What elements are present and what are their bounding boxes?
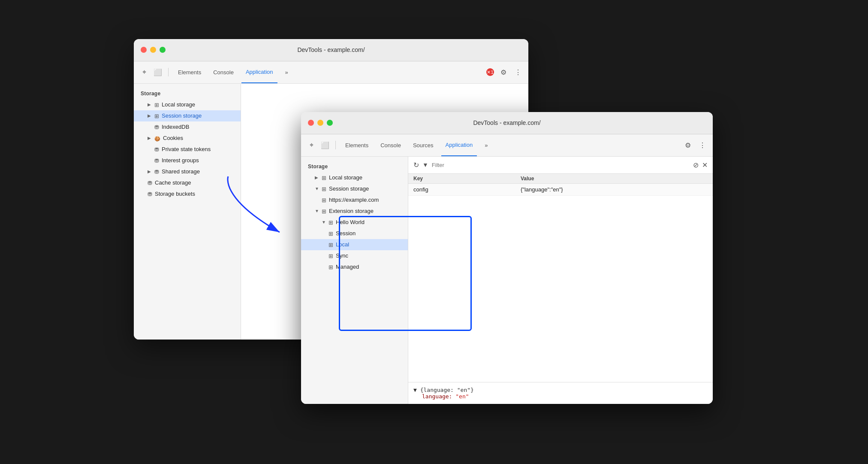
back-local-storage-chevron: ▶ bbox=[148, 102, 152, 107]
back-sidebar-item-cache-storage[interactable]: Cache storage bbox=[134, 177, 241, 188]
front-filter-actions: ⊘ ✕ bbox=[693, 161, 708, 169]
front-sidebar-item-sync[interactable]: Sync bbox=[301, 250, 408, 261]
front-sidebar-item-example-com[interactable]: https://example.com bbox=[301, 194, 408, 206]
front-col-header-key: Key bbox=[413, 176, 521, 182]
back-tab-console[interactable]: Console bbox=[209, 61, 238, 83]
front-session-icon bbox=[329, 230, 333, 237]
front-tab-sources[interactable]: Sources bbox=[409, 134, 438, 156]
back-interest-groups-label: Interest groups bbox=[162, 157, 199, 164]
front-tab-elements[interactable]: Elements bbox=[341, 134, 373, 156]
front-more-icon[interactable]: ⋮ bbox=[697, 140, 708, 150]
front-inspector: ▼ {language: "en"} language: "en" bbox=[408, 382, 713, 404]
front-local-storage-chevron: ▶ bbox=[315, 175, 319, 180]
back-storage-buckets-label: Storage buckets bbox=[155, 191, 195, 197]
back-traffic-lights bbox=[141, 47, 166, 53]
back-local-storage-label: Local storage bbox=[162, 101, 195, 108]
back-cookies-label: Cookies bbox=[163, 135, 183, 141]
back-storage-buckets-icon bbox=[148, 191, 152, 197]
back-sidebar-item-interest-groups[interactable]: Interest groups bbox=[134, 155, 241, 166]
front-toolbar-right: ⚙ ⋮ bbox=[683, 140, 708, 150]
back-local-storage-grid-icon bbox=[154, 101, 159, 108]
front-tab-application[interactable]: Application bbox=[441, 134, 477, 156]
front-sidebar-item-session[interactable]: Session bbox=[301, 228, 408, 239]
back-minimize-button[interactable] bbox=[150, 47, 156, 53]
back-sidebar-item-local-storage[interactable]: ▶ Local storage bbox=[134, 99, 241, 110]
back-error-icon: ✕ bbox=[487, 70, 491, 75]
front-refresh-button[interactable]: ↻ bbox=[413, 161, 419, 169]
front-local-storage-label: Local storage bbox=[329, 174, 362, 181]
back-sidebar-item-shared-storage[interactable]: ▶ Shared storage bbox=[134, 166, 241, 177]
front-sidebar-item-managed[interactable]: Managed bbox=[301, 261, 408, 273]
back-cookies-chevron: ▶ bbox=[148, 136, 152, 140]
front-close-filter-icon[interactable]: ✕ bbox=[702, 161, 708, 169]
back-titlebar: DevTools - example.com/ bbox=[134, 39, 528, 61]
front-hello-world-chevron: ▼ bbox=[322, 220, 326, 224]
back-toolbar-separator bbox=[168, 68, 169, 76]
back-maximize-button[interactable] bbox=[160, 47, 166, 53]
front-traffic-lights bbox=[308, 120, 333, 126]
front-sync-label: Sync bbox=[336, 252, 348, 259]
front-maximize-button[interactable] bbox=[327, 120, 333, 126]
back-error-badge: ✕ 1 bbox=[486, 68, 494, 76]
back-indexeddb-icon bbox=[154, 124, 159, 130]
front-sidebar: Storage ▶ Local storage ▼ Session storag… bbox=[301, 157, 408, 404]
back-device-icon[interactable]: ⬜ bbox=[153, 67, 163, 77]
front-table-row-0[interactable]: config {"language":"en"} bbox=[408, 184, 713, 196]
back-tab-elements[interactable]: Elements bbox=[174, 61, 205, 83]
front-managed-label: Managed bbox=[336, 264, 359, 270]
back-window-title: DevTools - example.com/ bbox=[297, 46, 365, 53]
back-sidebar-item-session-storage[interactable]: ▶ Session storage bbox=[134, 110, 241, 121]
front-toolbar-separator bbox=[335, 141, 336, 149]
front-sync-icon bbox=[329, 252, 333, 259]
back-session-storage-grid-icon bbox=[154, 112, 159, 119]
front-minimize-button[interactable] bbox=[317, 120, 323, 126]
front-extension-storage-icon bbox=[322, 208, 326, 215]
front-sidebar-item-hello-world[interactable]: ▼ Hello World bbox=[301, 217, 408, 228]
back-shared-storage-icon bbox=[154, 168, 159, 175]
front-inspector-prop-key: language: bbox=[422, 393, 452, 400]
front-local-icon bbox=[329, 241, 333, 248]
back-cookies-icon bbox=[154, 135, 160, 142]
front-row-key-0: config bbox=[413, 186, 521, 193]
front-sidebar-item-local-storage[interactable]: ▶ Local storage bbox=[301, 172, 408, 183]
front-sidebar-item-local[interactable]: Local bbox=[301, 239, 408, 250]
front-sidebar-item-extension-storage[interactable]: ▼ Extension storage bbox=[301, 206, 408, 217]
back-sidebar: Storage ▶ Local storage ▶ Session storag… bbox=[134, 84, 241, 340]
back-shared-storage-label: Shared storage bbox=[162, 168, 200, 175]
front-inspector-obj: ▼ {language: "en"} bbox=[413, 387, 708, 393]
front-toolbar: ⌖ ⬜ Elements Console Sources Application… bbox=[301, 134, 713, 157]
front-close-button[interactable] bbox=[308, 120, 314, 126]
front-tab-more[interactable]: » bbox=[480, 134, 492, 156]
back-more-icon[interactable]: ⋮ bbox=[513, 67, 523, 77]
back-close-button[interactable] bbox=[141, 47, 147, 53]
back-sidebar-item-cookies[interactable]: ▶ Cookies bbox=[134, 133, 241, 144]
front-session-storage-label: Session storage bbox=[329, 185, 369, 192]
front-sidebar-item-session-storage[interactable]: ▼ Session storage bbox=[301, 183, 408, 194]
back-tab-application[interactable]: Application bbox=[241, 61, 277, 83]
front-window-title: DevTools - example.com/ bbox=[473, 119, 540, 126]
back-cache-storage-icon bbox=[148, 179, 152, 186]
front-data-table: Key Value config {"language":"en"} bbox=[408, 174, 713, 382]
front-hello-world-icon bbox=[329, 219, 333, 226]
back-tab-more[interactable]: » bbox=[281, 61, 292, 83]
front-clear-filter-icon[interactable]: ⊘ bbox=[693, 161, 699, 169]
back-settings-icon[interactable]: ⚙ bbox=[498, 67, 509, 77]
front-sidebar-section: Storage bbox=[301, 162, 408, 172]
front-tab-console[interactable]: Console bbox=[376, 134, 405, 156]
back-cursor-icon[interactable]: ⌖ bbox=[139, 67, 149, 77]
front-cursor-icon[interactable]: ⌖ bbox=[306, 140, 316, 150]
front-filter-icon: ▼ bbox=[422, 161, 428, 168]
front-filter-input[interactable] bbox=[432, 162, 690, 168]
front-managed-icon bbox=[329, 264, 333, 270]
back-sidebar-item-storage-buckets[interactable]: Storage buckets bbox=[134, 188, 241, 200]
back-sidebar-item-private-state-tokens[interactable]: Private state tokens bbox=[134, 144, 241, 155]
front-hello-world-label: Hello World bbox=[336, 219, 365, 225]
back-sidebar-item-indexeddb[interactable]: IndexedDB bbox=[134, 121, 241, 133]
front-settings-icon[interactable]: ⚙ bbox=[683, 140, 693, 150]
front-main-content: ↻ ▼ ⊘ ✕ Key Value config {"langu bbox=[408, 157, 713, 404]
front-local-storage-icon bbox=[322, 174, 326, 181]
front-extension-storage-label: Extension storage bbox=[329, 208, 374, 214]
front-inspector-prop-val: "en" bbox=[455, 393, 469, 400]
back-toolbar: ⌖ ⬜ Elements Console Application » ✕ 1 ⚙… bbox=[134, 61, 528, 84]
front-device-icon[interactable]: ⬜ bbox=[320, 140, 330, 150]
